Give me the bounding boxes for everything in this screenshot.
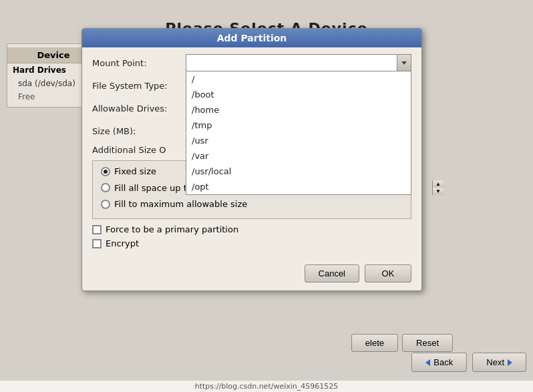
encrypt-row: Encrypt	[92, 238, 411, 248]
mount-point-dropdown-container: / /boot /home /tmp /usr /var /usr/local …	[186, 54, 411, 71]
fixed-size-label: Fixed size	[114, 166, 156, 176]
next-label: Next	[486, 357, 504, 367]
dropdown-option-usr[interactable]: /usr	[186, 133, 411, 148]
back-arrow-icon	[425, 359, 430, 366]
dropdown-option-var[interactable]: /var	[186, 148, 411, 164]
file-system-type-label: File System Type:	[92, 81, 186, 91]
primary-partition-label: Force to be a primary partition	[106, 224, 238, 234]
mount-point-dropdown-arrow[interactable]	[397, 54, 411, 71]
allowable-drives-label: Allowable Drives:	[92, 104, 186, 114]
dropdown-option-boot[interactable]: /boot	[186, 87, 411, 102]
encrypt-label: Encrypt	[106, 238, 139, 248]
watermark: https://blog.csdn.net/weixin_45961525	[0, 381, 533, 392]
back-label: Back	[433, 357, 453, 367]
dropdown-option-opt[interactable]: /opt	[186, 179, 411, 194]
add-partition-dialog: Add Partition Mount Point: / /boot /home…	[81, 28, 422, 291]
chevron-down-icon	[401, 61, 407, 65]
mount-point-input[interactable]	[186, 54, 411, 71]
fill-max-row: Fill to maximum allowable size	[101, 199, 403, 209]
fixed-size-radio[interactable]	[101, 167, 110, 176]
next-arrow-icon	[508, 359, 512, 366]
size-label: Size (MB):	[92, 126, 186, 136]
fill-up-spinner-up[interactable]: ▲	[433, 180, 443, 188]
dropdown-option-usr-local[interactable]: /usr/local	[186, 164, 411, 179]
mount-point-dropdown-list: / /boot /home /tmp /usr /var /usr/local …	[186, 71, 411, 195]
back-button[interactable]: Back	[411, 353, 467, 372]
encrypt-checkbox[interactable]	[92, 239, 102, 248]
ok-button[interactable]: OK	[365, 264, 411, 282]
dialog-title: Add Partition	[82, 29, 421, 47]
navigation-bar: Back Next	[411, 353, 526, 372]
cancel-button[interactable]: Cancel	[305, 264, 359, 282]
fill-up-spinner-down[interactable]: ▼	[433, 188, 443, 195]
primary-partition-row: Force to be a primary partition	[92, 224, 411, 234]
next-button[interactable]: Next	[472, 353, 526, 372]
dialog-footer: Cancel OK	[82, 259, 421, 290]
fill-up-spinner: ▲ ▼	[432, 180, 443, 195]
modal-overlay: Add Partition Mount Point: / /boot /home…	[0, 0, 533, 392]
dropdown-option-tmp[interactable]: /tmp	[186, 118, 411, 133]
primary-partition-checkbox[interactable]	[92, 225, 102, 234]
mount-point-row: Mount Point: / /boot /home /tmp /usr /va…	[92, 54, 411, 71]
additional-size-label: Additional Size O	[92, 145, 186, 155]
dropdown-option-root[interactable]: /	[186, 71, 411, 87]
dialog-body: Mount Point: / /boot /home /tmp /usr /va…	[82, 47, 421, 259]
dropdown-option-home[interactable]: /home	[186, 102, 411, 118]
mount-point-label: Mount Point:	[92, 58, 186, 68]
fill-max-label: Fill to maximum allowable size	[114, 199, 247, 209]
fill-up-radio[interactable]	[101, 183, 110, 192]
fill-max-radio[interactable]	[101, 200, 110, 209]
